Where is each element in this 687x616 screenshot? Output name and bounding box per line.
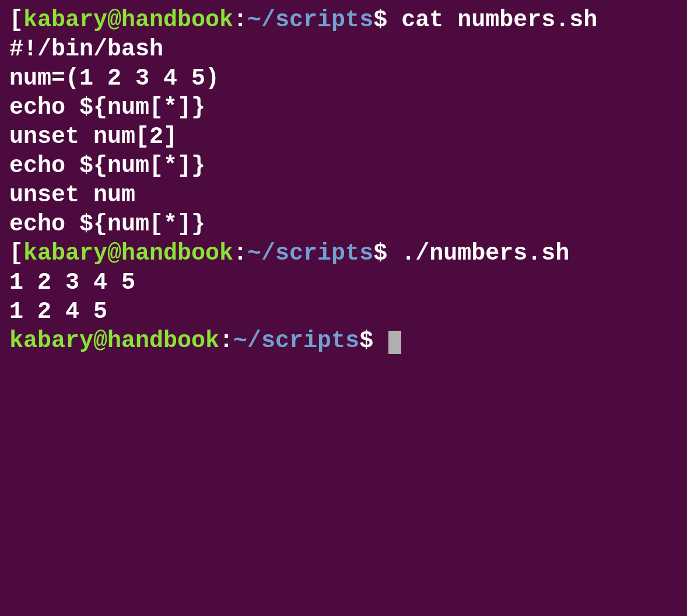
prompt-dollar: $ [373,7,387,33]
prompt-colon: : [233,240,247,267]
prompt-dollar: $ [359,328,373,354]
prompt-line-1[interactable]: [kabary@handbook:~/scripts$ cat numbers.… [9,6,678,35]
prompt-line-3[interactable]: kabary@handbook:~/scripts$ [9,327,678,356]
script-line: echo ${num[*]} [9,93,678,123]
command-text: cat numbers.sh [387,7,597,33]
script-line: echo ${num[*]} [9,210,678,239]
script-line: unset num [9,181,678,210]
bracket-open: [ [9,240,23,267]
prompt-path: ~/scripts [247,7,373,33]
command-text: ./numbers.sh [387,240,569,267]
script-line: num=(1 2 3 4 5) [9,64,678,93]
script-line: #!/bin/bash [9,35,678,64]
prompt-path: ~/scripts [233,328,359,354]
prompt-dollar: $ [373,240,387,267]
script-line: unset num[2] [9,123,678,152]
prompt-colon: : [219,328,233,354]
bracket-open: [ [9,7,23,33]
prompt-user-host: kabary@handbook [23,7,233,33]
output-line: 1 2 3 4 5 [9,268,678,298]
prompt-colon: : [233,7,247,33]
prompt-user-host: kabary@handbook [9,328,219,354]
prompt-path: ~/scripts [247,240,373,267]
script-line: echo ${num[*]} [9,152,678,181]
prompt-user-host: kabary@handbook [23,240,233,267]
command-text [373,328,387,354]
prompt-line-2[interactable]: [kabary@handbook:~/scripts$ ./numbers.sh [9,239,678,268]
cursor-icon [388,331,401,354]
output-line: 1 2 4 5 [9,298,678,327]
